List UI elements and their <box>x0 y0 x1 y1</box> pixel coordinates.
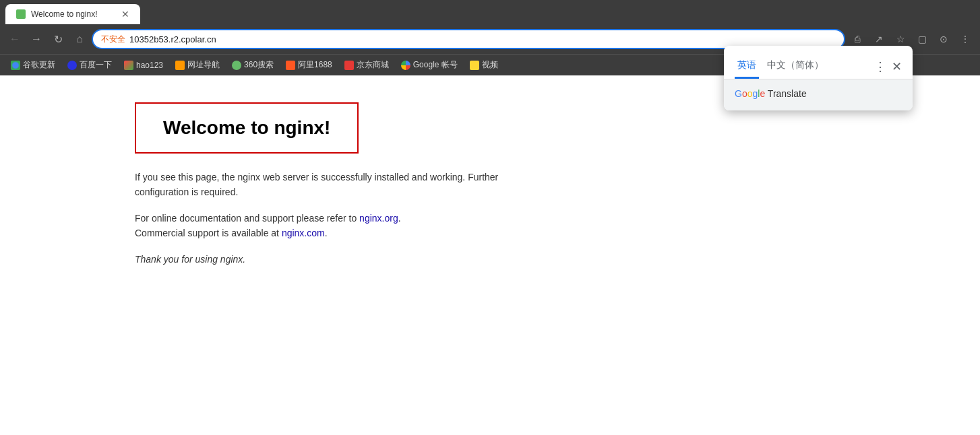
baidu-icon <box>67 61 77 70</box>
home-button[interactable]: ⌂ <box>70 30 89 48</box>
translate-popup: 英语 中文（简体） ⋮ ✕ Google Translate <box>724 46 913 110</box>
bookmark-label: 360搜索 <box>244 59 274 71</box>
bookmark-label: Google 帐号 <box>413 59 458 71</box>
translate-word: Translate <box>768 88 807 99</box>
nginx-para2-prefix: For online documentation and support ple… <box>135 213 359 224</box>
nginx-org-link[interactable]: nginx.org <box>359 213 398 224</box>
bookmark-google-update[interactable]: 谷歌更新 <box>5 57 61 73</box>
window-button[interactable]: ▢ <box>913 30 931 48</box>
bookmark-label: 百度一下 <box>80 59 112 71</box>
alibaba-icon <box>286 61 295 70</box>
bookmark-video[interactable]: 视频 <box>464 57 503 73</box>
bookmark-baidu[interactable]: 百度一下 <box>62 57 117 73</box>
page-content: Welcome to nginx! If you see this page, … <box>0 75 980 435</box>
nginx-para2-suffix: . <box>325 228 328 238</box>
active-tab[interactable]: Welcome to nginx! ✕ <box>5 4 140 24</box>
google-g: G <box>735 88 742 99</box>
google-translate-label: Google Translate <box>735 88 807 99</box>
page-title: Welcome to nginx! <box>163 117 330 139</box>
bookmark-google-account[interactable]: Google 帐号 <box>396 57 463 73</box>
bookmark-360[interactable]: 360搜索 <box>226 57 279 73</box>
bookmark-label: 阿里1688 <box>298 59 332 71</box>
bookmark-nav[interactable]: 网址导航 <box>170 57 225 73</box>
translate-close-button[interactable]: ✕ <box>892 59 902 74</box>
nginx-paragraph-3: Thank you for using nginx. <box>135 252 512 267</box>
url-text: 10352b53.r2.cpolar.cn <box>129 34 216 44</box>
google-update-icon <box>11 61 20 70</box>
bookmark-label: 网址导航 <box>187 59 220 71</box>
bookmark-jd[interactable]: 京东商城 <box>339 57 394 73</box>
more-button[interactable]: ⋮ <box>956 30 975 48</box>
nginx-thankyou: Thank you for using nginx. <box>135 254 245 265</box>
nginx-paragraph-2: For online documentation and support ple… <box>135 211 512 241</box>
translate-body: Google Translate <box>724 79 913 110</box>
bookmark-label: 京东商城 <box>357 59 389 71</box>
tab-favicon <box>16 9 26 19</box>
google-account-icon <box>401 61 410 70</box>
bookmark-alibaba[interactable]: 阿里1688 <box>280 57 338 73</box>
nginx-paragraph-1: If you see this page, the nginx web serv… <box>135 170 512 200</box>
translate-tab-english[interactable]: 英语 <box>735 54 759 79</box>
bookmark-label: 视频 <box>482 59 498 71</box>
nav-icon <box>175 61 185 70</box>
video-icon <box>470 61 479 70</box>
bookmark-hao123[interactable]: hao123 <box>119 58 169 73</box>
forward-button[interactable]: → <box>27 30 46 48</box>
bookmark-label: hao123 <box>136 61 163 70</box>
bookmark-label: 谷歌更新 <box>23 59 55 71</box>
tab-title: Welcome to nginx! <box>31 9 116 19</box>
nginx-body: If you see this page, the nginx web serv… <box>135 170 512 267</box>
jd-icon <box>344 61 354 70</box>
hao123-icon <box>124 61 133 70</box>
translate-header: 英语 中文（简体） ⋮ ✕ <box>724 46 913 79</box>
google-e: e <box>760 88 765 99</box>
reload-button[interactable]: ↻ <box>49 30 67 48</box>
profile-button[interactable]: ⊙ <box>934 30 953 48</box>
360-icon <box>232 61 241 70</box>
back-button[interactable]: ← <box>5 30 24 48</box>
tab-close-button[interactable]: ✕ <box>121 9 129 20</box>
google-o1: o <box>742 88 747 99</box>
tab-bar: Welcome to nginx! ✕ <box>0 0 980 24</box>
nginx-com-link[interactable]: nginx.com <box>282 228 325 238</box>
nginx-para2-middle: Commercial support is available at <box>135 228 282 238</box>
translate-menu-button[interactable]: ⋮ <box>874 59 886 74</box>
welcome-box: Welcome to nginx! <box>135 102 359 154</box>
translate-tab-chinese[interactable]: 中文（简体） <box>764 54 826 79</box>
security-warning: 不安全 <box>101 34 125 45</box>
